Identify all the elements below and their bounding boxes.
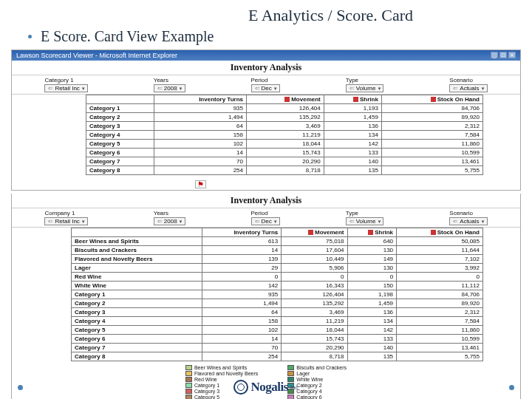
arrow-left-icon[interactable]: ⇐: [47, 218, 55, 225]
cell: 254: [202, 352, 282, 361]
minimize-icon[interactable]: _: [491, 52, 498, 58]
logo-icon: [233, 380, 248, 395]
row-label: Category 5: [72, 326, 202, 335]
row-label: Lager: [72, 264, 202, 273]
col-header[interactable]: Stock On Hand: [381, 95, 482, 104]
screenshot-1: Lawson Scorecard Viewer - Microsoft Inte…: [11, 50, 521, 191]
table-row: Category 21,494135,2921,45989,920: [72, 299, 483, 308]
cell: 135: [347, 352, 397, 361]
cell: 139: [202, 255, 282, 264]
table-header-row: Inventory TurnsMovementShrinkStock On Ha…: [86, 95, 483, 104]
cell: 17,604: [282, 246, 347, 255]
filter-value: Actuals: [460, 218, 479, 225]
flag-icon[interactable]: ⚑: [195, 180, 206, 188]
row-label: Category 5: [86, 140, 154, 149]
table-row: Category 61415,74313310,599: [72, 335, 483, 344]
bullet-text: E Score. Card View Example: [41, 28, 214, 45]
filter-select[interactable]: ⇐2008▼: [154, 84, 185, 92]
chevron-down-icon[interactable]: ▼: [480, 219, 485, 224]
chevron-down-icon[interactable]: ▼: [272, 86, 278, 91]
cell: 136: [347, 308, 397, 317]
footer-dot-left: [18, 385, 23, 390]
cell: 7,102: [397, 255, 483, 264]
marker-icon: [431, 230, 436, 235]
cell: 140: [347, 344, 397, 352]
cell: 1,459: [347, 299, 397, 308]
arrow-left-icon[interactable]: ⇐: [348, 85, 356, 92]
row-label: Category 6: [72, 335, 202, 344]
filter-select[interactable]: ⇐2008▼: [154, 217, 185, 225]
cell: 0: [282, 273, 347, 282]
panel1-title: Inventory Analysis: [12, 61, 520, 75]
row-label: Category 3: [86, 122, 154, 131]
logo-suffix: Inc: [290, 384, 299, 391]
chevron-down-icon[interactable]: ▼: [375, 86, 381, 91]
filter-select[interactable]: ⇐Dec▼: [251, 84, 280, 92]
arrow-left-icon[interactable]: ⇐: [156, 218, 164, 225]
arrow-left-icon[interactable]: ⇐: [47, 85, 55, 92]
col-header[interactable]: Movement: [282, 228, 347, 237]
chevron-down-icon[interactable]: ▼: [375, 219, 381, 224]
cell: 8,718: [282, 352, 347, 361]
legend-label: Flavored and Novelty Beers: [194, 371, 258, 376]
chevron-down-icon[interactable]: ▼: [177, 86, 183, 91]
chevron-down-icon[interactable]: ▼: [80, 219, 86, 224]
panel2-filters: Company 1⇐Retail Inc▼Years⇐2008▼Period⇐D…: [12, 208, 520, 228]
row-label: Category 2: [86, 113, 154, 122]
arrow-left-icon[interactable]: ⇐: [253, 218, 262, 225]
filter-select[interactable]: ⇐Retail Inc▼: [44, 217, 87, 225]
filter-select[interactable]: ⇐Retail Inc▼: [44, 84, 87, 92]
col-header[interactable]: Movement: [246, 95, 324, 104]
cell: 2,312: [397, 308, 483, 317]
col-header[interactable]: Shrink: [347, 228, 397, 237]
cell: 134: [324, 131, 381, 140]
col-header[interactable]: Inventory Turns: [154, 95, 246, 104]
chevron-down-icon[interactable]: ▼: [272, 219, 278, 224]
arrow-left-icon[interactable]: ⇐: [451, 85, 460, 92]
filter-select[interactable]: ⇐Volume▼: [346, 217, 384, 225]
close-icon[interactable]: ×: [508, 52, 516, 58]
filter-value: Retail Inc: [55, 218, 79, 225]
cell: 13,461: [397, 344, 483, 352]
cell: 14: [202, 335, 282, 344]
cell: 0: [397, 273, 483, 282]
maximize-icon[interactable]: □: [499, 52, 507, 58]
cell: 133: [324, 149, 381, 157]
table-row: White Wine14216,34315011,112: [72, 282, 483, 290]
chevron-down-icon[interactable]: ▼: [480, 86, 485, 91]
cell: 10,449: [282, 255, 347, 264]
arrow-left-icon[interactable]: ⇐: [451, 218, 460, 225]
cell: 64: [154, 122, 246, 131]
cell: 1,198: [347, 290, 397, 299]
filter-value: 2008: [164, 85, 177, 92]
table-row: Category 77020,29014013,461: [72, 344, 483, 352]
cell: 14: [202, 246, 282, 255]
filter-select[interactable]: ⇐Volume▼: [346, 84, 384, 92]
table-row: Beer Wines and Spirits61375,01864050,085: [72, 237, 483, 246]
cell: 84,706: [381, 104, 482, 113]
filter-select[interactable]: ⇐Dec▼: [251, 217, 280, 225]
filter-select[interactable]: ⇐Actuals▼: [449, 84, 487, 92]
filter-label: Period: [251, 210, 268, 216]
marker-icon: [308, 230, 313, 235]
table-header-row: Inventory TurnsMovementShrinkStock On Ha…: [72, 228, 483, 237]
cell: 142: [347, 326, 397, 335]
arrow-left-icon[interactable]: ⇐: [348, 218, 356, 225]
col-header[interactable]: Stock On Hand: [397, 228, 483, 237]
cell: 5,906: [282, 264, 347, 273]
arrow-left-icon[interactable]: ⇐: [253, 85, 262, 92]
arrow-left-icon[interactable]: ⇐: [156, 85, 164, 92]
cell: 133: [347, 335, 397, 344]
cell: 135,292: [282, 299, 347, 308]
cell: 142: [202, 282, 282, 290]
cell: 15,743: [282, 335, 347, 344]
cell: 70: [154, 157, 246, 166]
row-label: Flavored and Novelty Beers: [72, 255, 202, 264]
panel2-table: Inventory TurnsMovementShrinkStock On Ha…: [71, 228, 483, 361]
table-row: Category 1935126,4041,19884,706: [72, 290, 483, 299]
filter-select[interactable]: ⇐Actuals▼: [449, 217, 487, 225]
chevron-down-icon[interactable]: ▼: [177, 219, 183, 224]
col-header[interactable]: Shrink: [324, 95, 381, 104]
chevron-down-icon[interactable]: ▼: [80, 86, 86, 91]
col-header[interactable]: Inventory Turns: [202, 228, 282, 237]
